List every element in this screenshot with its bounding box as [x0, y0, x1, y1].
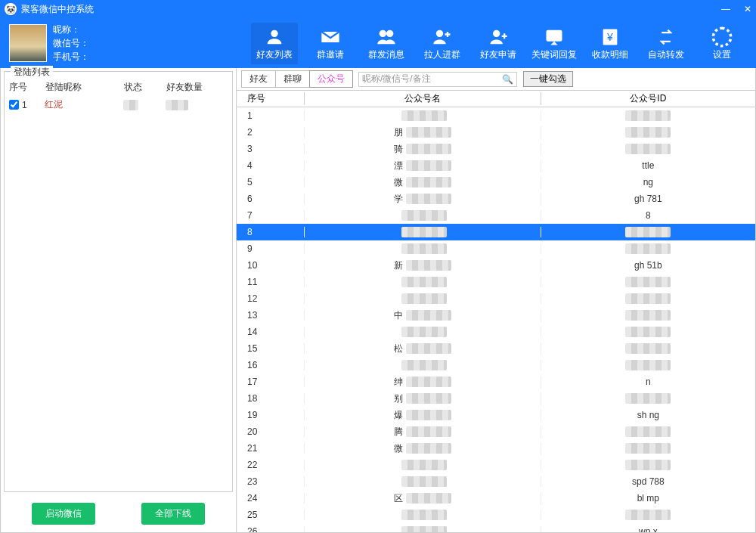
table-row[interactable]: 3骑	[237, 141, 755, 157]
nav-payment[interactable]: ¥收款明细	[587, 23, 634, 64]
table-row[interactable]: 26wp x	[237, 523, 755, 532]
app-icon: 🐼	[5, 3, 17, 15]
minimize-button[interactable]: —	[721, 4, 730, 14]
table-row[interactable]: 12	[237, 290, 755, 307]
table-row[interactable]: 78	[237, 207, 755, 224]
search-icon[interactable]: 🔍	[502, 74, 513, 85]
table-header: 序号 公众号名 公众号ID	[237, 91, 755, 107]
cell-id	[541, 426, 755, 438]
nav-friend-req[interactable]: 好友申请	[475, 23, 522, 64]
th-name: 公众号名	[305, 92, 541, 105]
cell-id	[541, 227, 755, 238]
svg-point-9	[720, 34, 725, 39]
table-row[interactable]: 6学gh 781	[237, 191, 755, 207]
cell-name: 微	[305, 442, 541, 455]
cell-id	[541, 110, 755, 122]
phone-label: 手机号：	[53, 50, 89, 64]
close-button[interactable]: ✕	[744, 4, 751, 14]
cell-seq: 7	[237, 210, 305, 221]
table-row[interactable]: 1	[237, 107, 755, 124]
cell-id	[541, 443, 755, 454]
cell-seq: 4	[237, 160, 305, 171]
table-row[interactable]: 15松	[237, 340, 755, 357]
cell-name: 学	[305, 193, 541, 206]
cell-seq: 8	[237, 227, 305, 237]
table-row[interactable]: 4漂ttle	[237, 157, 755, 174]
table-row[interactable]: 2朋	[237, 124, 755, 141]
nav-settings[interactable]: 设置	[699, 23, 745, 64]
login-row-checkbox[interactable]	[9, 100, 19, 110]
cell-name	[305, 476, 541, 488]
col-seq: 序号	[9, 81, 45, 94]
table-row[interactable]: 10新gh 51b	[237, 257, 755, 274]
cell-id	[541, 310, 755, 321]
all-offline-button[interactable]: 全部下线	[141, 503, 205, 525]
svg-text:¥: ¥	[606, 30, 613, 42]
cell-seq: 17	[237, 377, 305, 387]
table-body[interactable]: 12朋3骑4漂ttle5微ng6学gh 781788910新gh 51b1112…	[237, 107, 755, 532]
cell-name	[305, 460, 541, 471]
settings-icon	[699, 26, 745, 48]
cell-seq: 13	[237, 310, 305, 321]
cell-seq: 14	[237, 327, 305, 337]
cell-id	[541, 327, 755, 338]
svg-point-5	[493, 29, 500, 36]
cell-id: n	[541, 377, 755, 387]
nav-friends[interactable]: 好友列表	[251, 23, 298, 64]
tab-group[interactable]: 群聊	[275, 70, 310, 88]
table-row[interactable]: 17绅n	[237, 373, 755, 390]
nav-kw-reply[interactable]: 关键词回复	[531, 23, 578, 64]
table-row[interactable]: 19爆sh ng	[237, 407, 755, 423]
table-row[interactable]: 23spd 788	[237, 473, 755, 490]
cell-name	[305, 293, 541, 305]
avatar[interactable]	[9, 24, 47, 62]
login-row-nick: 红泥	[45, 98, 123, 111]
start-wechat-button[interactable]: 启动微信	[32, 503, 95, 525]
cell-id: sh ng	[541, 410, 755, 420]
app-title: 聚客微信中控系统	[21, 3, 94, 16]
tab-gzh[interactable]: 公众号	[309, 70, 353, 88]
table-row[interactable]: 18别	[237, 390, 755, 407]
cell-seq: 23	[237, 476, 305, 487]
user-block: 昵称： 微信号： 手机号：	[0, 23, 98, 64]
table-row[interactable]: 8	[237, 224, 755, 240]
table-row[interactable]: 21微	[237, 440, 755, 457]
table-row[interactable]: 13中	[237, 307, 755, 324]
table-row[interactable]: 25	[237, 507, 755, 523]
nav-label: 群邀请	[307, 48, 354, 61]
table-row[interactable]: 11	[237, 274, 755, 290]
col-nick: 登陆昵称	[45, 81, 124, 94]
table-row[interactable]: 16	[237, 357, 755, 373]
cell-seq: 16	[237, 360, 305, 370]
cell-seq: 11	[237, 277, 305, 287]
wx-label: 微信号：	[53, 36, 89, 50]
nav-mass-msg[interactable]: 群发消息	[363, 23, 410, 64]
table-row[interactable]: 20腾	[237, 423, 755, 440]
cell-seq: 22	[237, 460, 305, 470]
top-toolbar: 昵称： 微信号： 手机号： 好友列表群邀请群发消息拉人进群好友申请关键词回复¥收…	[0, 18, 756, 68]
login-row[interactable]: 1 红泥	[5, 97, 232, 113]
search-input[interactable]: 昵称/微信号/备注 🔍	[358, 72, 517, 87]
nav-label: 好友申请	[475, 48, 522, 61]
table-row[interactable]: 9	[237, 240, 755, 257]
pull-group-icon	[419, 26, 466, 48]
cell-id: gh 781	[541, 194, 755, 204]
table-row[interactable]: 24区bl mp	[237, 490, 755, 507]
cell-id: spd 788	[541, 476, 755, 487]
nick-label: 昵称：	[53, 23, 89, 36]
cell-name: 漂	[305, 160, 541, 172]
table-row[interactable]: 5微ng	[237, 174, 755, 191]
select-all-button[interactable]: 一键勾选	[523, 71, 573, 87]
nav-autofwd[interactable]: 自动转发	[643, 23, 689, 64]
table-row[interactable]: 14	[237, 324, 755, 340]
cell-id	[541, 343, 755, 355]
cell-seq: 18	[237, 393, 305, 404]
table-row[interactable]: 22	[237, 457, 755, 473]
cell-id: ng	[541, 177, 755, 187]
tab-friend[interactable]: 好友	[241, 70, 276, 88]
cell-name: 朋	[305, 126, 541, 139]
cell-id	[541, 293, 755, 305]
cell-name	[305, 327, 541, 338]
nav-pull-group[interactable]: 拉人进群	[419, 23, 466, 64]
nav-group-invite[interactable]: 群邀请	[307, 23, 354, 64]
